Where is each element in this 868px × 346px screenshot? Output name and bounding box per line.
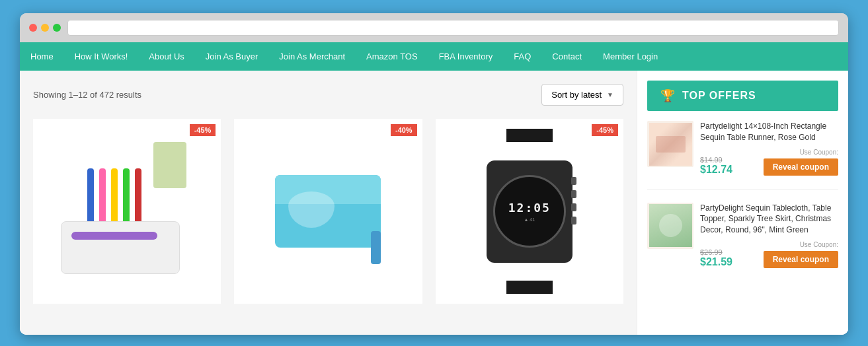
main-content: Showing 1–12 of 472 results Sort by late… xyxy=(20,71,848,335)
tablecloth-thumbnail xyxy=(649,204,692,247)
product-image-toothbrush xyxy=(40,129,214,294)
offer-price-group-1: $14.99 $12.74 xyxy=(700,156,732,176)
browser-titlebar xyxy=(20,13,848,42)
chevron-down-icon: ▼ xyxy=(607,91,613,98)
discount-badge-denture: -40% xyxy=(391,124,417,136)
nav-item-fba-inventory[interactable]: FBA Inventory xyxy=(428,42,504,71)
product-card-toothbrush[interactable]: -45% xyxy=(33,119,221,304)
offer-pricing-1: $14.99 $12.74 Use Coupon: Reveal coupon xyxy=(700,149,838,176)
denture-cleaner-visual xyxy=(262,145,394,277)
watch-strap-bottom xyxy=(506,281,553,294)
product-image-watch: 12:05 ▲ 41 xyxy=(442,129,617,294)
dispenser-cup xyxy=(153,142,186,188)
nav-item-amazon-tos[interactable]: Amazon TOS xyxy=(356,42,428,71)
offer-new-price-2: $21.59 xyxy=(700,256,732,268)
watch-face: 12:05 ▲ 41 xyxy=(493,175,566,248)
address-bar[interactable] xyxy=(67,20,839,36)
nav-bar: Home How It Works! About Us Join As Buye… xyxy=(20,42,848,71)
dot-green[interactable] xyxy=(53,24,61,32)
offer-pricing-2: $26.99 $21.59 Use Coupon: Reveal coupon xyxy=(700,241,838,268)
product-card-watch[interactable]: -45% 12:05 xyxy=(436,119,623,304)
results-text: Showing 1–12 of 472 results xyxy=(33,90,141,100)
watch-visual: 12:05 ▲ 41 xyxy=(470,139,589,284)
products-section: Showing 1–12 of 472 results Sort by late… xyxy=(20,71,637,335)
watch-sub-display: ▲ 41 xyxy=(524,217,535,222)
nav-item-how-it-works[interactable]: How It Works! xyxy=(64,42,139,71)
sort-label: Sort by latest xyxy=(551,90,602,100)
offer-thumb-1 xyxy=(647,121,693,167)
product-image-denture xyxy=(241,129,415,294)
dot-red[interactable] xyxy=(29,24,37,32)
discount-badge-toothbrush: -45% xyxy=(190,124,216,136)
offer-details-1: Partydelight 14×108-Inch Rectangle Sequi… xyxy=(700,121,838,176)
watch-button-2 xyxy=(571,190,576,198)
watch-strap-top xyxy=(506,129,553,142)
use-coupon-label-2: Use Coupon: xyxy=(800,241,838,248)
offer-title-1: Partydelight 14×108-Inch Rectangle Sequi… xyxy=(700,121,838,143)
offer-item-1: Partydelight 14×108-Inch Rectangle Sequi… xyxy=(647,121,838,190)
offer-coupon-section-1: Use Coupon: Reveal coupon xyxy=(764,149,838,176)
offer-old-price-1: $14.99 xyxy=(700,156,732,164)
nav-item-join-as-merchant[interactable]: Join As Merchant xyxy=(268,42,356,71)
top-offers-header: 🏆 TOP OFFERS xyxy=(647,81,838,111)
denture-box xyxy=(275,175,381,248)
nav-item-home[interactable]: Home xyxy=(20,42,64,71)
nav-item-join-as-buyer[interactable]: Join As Buyer xyxy=(195,42,269,71)
results-header: Showing 1–12 of 472 results Sort by late… xyxy=(33,84,623,106)
discount-badge-watch: -45% xyxy=(592,124,618,136)
top-offers-label: TOP OFFERS xyxy=(682,90,756,102)
watch-time-display: 12:05 xyxy=(508,201,551,215)
browser-content: Home How It Works! About Us Join As Buye… xyxy=(20,42,848,335)
offer-old-price-2: $26.99 xyxy=(700,248,732,256)
sort-dropdown[interactable]: Sort by latest ▼ xyxy=(541,84,623,106)
holder-base xyxy=(61,221,180,274)
watch-button-4 xyxy=(571,217,576,225)
sidebar: 🏆 TOP OFFERS Partydelight 14×108-Inch Re… xyxy=(637,71,848,335)
offer-price-group-2: $26.99 $21.59 xyxy=(700,248,732,268)
watch-button-1 xyxy=(571,177,576,185)
browser-dots xyxy=(29,24,61,32)
nav-item-about-us[interactable]: About Us xyxy=(138,42,194,71)
small-brush xyxy=(371,231,381,264)
browser-window: Home How It Works! About Us Join As Buye… xyxy=(20,13,848,335)
watch-body: 12:05 ▲ 41 xyxy=(487,160,572,263)
reveal-coupon-button-1[interactable]: Reveal coupon xyxy=(764,158,838,176)
offer-item-2: PartyDelight Sequin Tablecloth, Table To… xyxy=(647,203,838,281)
offer-details-2: PartyDelight Sequin Tablecloth, Table To… xyxy=(700,203,838,268)
product-card-denture[interactable]: -40% xyxy=(234,119,422,304)
offer-new-price-1: $12.74 xyxy=(700,164,732,176)
products-grid: -45% xyxy=(33,119,623,304)
offer-thumb-2 xyxy=(647,203,693,249)
reveal-coupon-button-2[interactable]: Reveal coupon xyxy=(764,251,838,268)
nav-item-faq[interactable]: FAQ xyxy=(503,42,541,71)
offer-title-2: PartyDelight Sequin Tablecloth, Table To… xyxy=(700,203,838,236)
nav-item-member-login[interactable]: Member Login xyxy=(592,42,668,71)
dot-yellow[interactable] xyxy=(41,24,49,32)
offer-coupon-section-2: Use Coupon: Reveal coupon xyxy=(764,241,838,268)
toothbrush-holder-visual xyxy=(54,135,200,287)
watch-button-3 xyxy=(571,203,576,211)
trophy-icon: 🏆 xyxy=(660,88,676,103)
use-coupon-label-1: Use Coupon: xyxy=(800,149,838,156)
nav-item-contact[interactable]: Contact xyxy=(541,42,592,71)
table-runner-thumbnail xyxy=(649,123,692,166)
